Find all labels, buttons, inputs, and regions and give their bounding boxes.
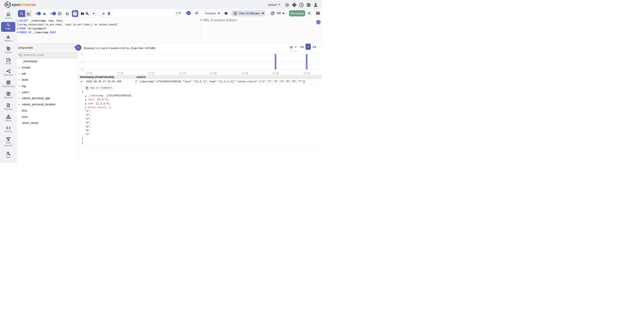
svg-text:SQL: SQL [58,13,61,14]
